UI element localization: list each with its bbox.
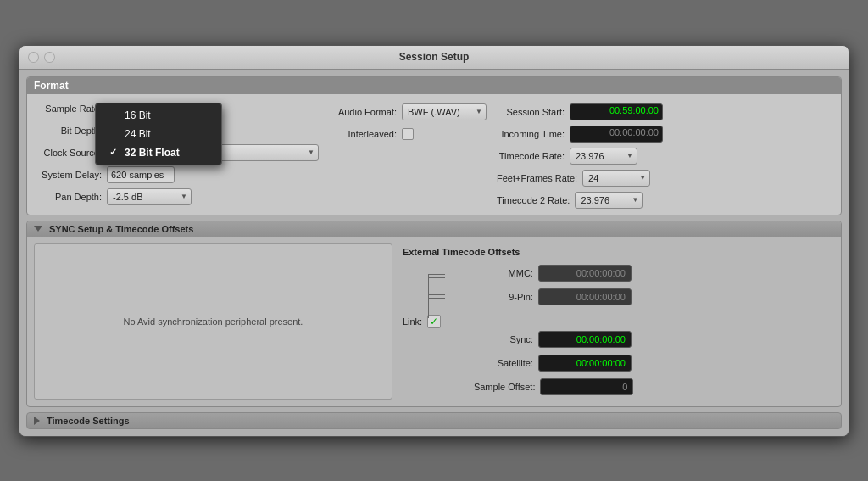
clock-source-label: Clock Source: [34, 148, 102, 158]
ninepin-row: 9-Pin: 00:00:00:00 [474, 288, 634, 306]
sync-tc-value[interactable]: 00:00:00:00 [538, 331, 632, 348]
tc-tree-area: Link: ✓ [403, 264, 470, 328]
no-peripheral-msg: No Avid synchronization peripheral prese… [123, 316, 303, 327]
main-window: Session Setup Format 16 Bit 24 Bit ✓ 32 … [19, 45, 849, 437]
system-delay-input[interactable]: 620 samples [107, 166, 175, 183]
sync-collapse-icon[interactable] [34, 226, 42, 232]
timecode-header-label: Timecode Settings [47, 416, 130, 426]
pan-depth-row: Pan Depth: -2.5 dB ▼ [34, 187, 319, 206]
session-start-label: Session Start: [497, 107, 565, 117]
format-right-col: Session Start: 00:59:00:00 Incoming Time… [497, 99, 663, 210]
session-start-input[interactable]: 00:59:00:00 [570, 103, 663, 120]
interleaved-label: Interleaved: [329, 129, 397, 139]
pan-depth-value: -2.5 dB [113, 192, 142, 202]
ext-tc-header: External Timecode Offsets [403, 247, 831, 257]
close-button[interactable] [28, 52, 39, 63]
incoming-time-value: 00:00:00:00 [609, 127, 659, 137]
timecode-section: Timecode Settings [26, 412, 842, 429]
interleaved-row: Interleaved: [329, 125, 487, 143]
timecode-expand-icon[interactable] [34, 417, 40, 425]
ninepin-label: 9-Pin: [474, 292, 533, 302]
sync-tc-row: Sync: 00:00:00:00 [474, 330, 634, 349]
pan-depth-label: Pan Depth: [34, 192, 102, 202]
pan-depth-arrow: ▼ [181, 193, 187, 200]
system-delay-row: System Delay: 620 samples [34, 165, 319, 184]
feet-frames-label: Feet+Frames Rate: [497, 173, 577, 183]
sync-left-panel: No Avid synchronization peripheral prese… [34, 243, 392, 400]
sync-header-label: SYNC Setup & Timecode Offsets [49, 224, 193, 234]
satellite-row: Satellite: 00:00:00:00 [474, 354, 634, 372]
sync-section: SYNC Setup & Timecode Offsets No Avid sy… [26, 221, 842, 407]
check-24bit [109, 129, 120, 139]
session-start-row: Session Start: 00:59:00:00 [497, 103, 663, 121]
interleaved-checkbox[interactable] [402, 128, 414, 140]
timecode2-rate-row: Timecode 2 Rate: 23.976 ▼ [497, 191, 663, 210]
audio-format-select[interactable]: BWF (.WAV) ▼ [402, 103, 487, 120]
link-row: Link: ✓ [403, 315, 470, 328]
system-delay-value: 620 samples [111, 170, 164, 180]
content-area: Format 16 Bit 24 Bit ✓ 32 Bit Float [19, 70, 849, 436]
incoming-time-label: Incoming Time: [497, 129, 565, 139]
timecode-rate-arrow: ▼ [626, 152, 633, 159]
check-16bit [109, 110, 120, 120]
mmc-value[interactable]: 00:00:00:00 [538, 265, 632, 282]
dropdown-item-16bit[interactable]: 16 Bit [96, 106, 221, 125]
timecode2-rate-arrow: ▼ [632, 196, 639, 204]
traffic-lights [28, 52, 55, 63]
feet-frames-row: Feet+Frames Rate: 24 ▼ [497, 169, 663, 187]
bit-depth-label: Bit Depth: [34, 126, 102, 136]
audio-format-label: Audio Format: [329, 107, 397, 117]
sync-right-panel: External Timecode Offsets Link [399, 243, 834, 400]
link-label: Link: [403, 316, 422, 327]
sample-offset-value[interactable]: 0 [540, 378, 633, 395]
audio-format-arrow: ▼ [476, 108, 482, 115]
clock-source-arrow: ▼ [308, 148, 314, 156]
incoming-time-row: Incoming Time: 00:00:00:00 [497, 125, 663, 143]
check-32bit: ✓ [109, 147, 120, 158]
audio-format-value: BWF (.WAV) [408, 107, 460, 117]
feet-frames-value: 24 [588, 173, 598, 183]
timecode-rate-select[interactable]: 23.976 ▼ [570, 148, 637, 165]
timecode-header: Timecode Settings [34, 416, 834, 426]
sync-tc-label: Sync: [474, 334, 533, 344]
timecode2-rate-label: Timecode 2 Rate: [497, 195, 570, 205]
format-header: Format [27, 77, 841, 94]
titlebar: Session Setup [19, 46, 849, 70]
sample-offset-label: Sample Offset: [474, 382, 536, 392]
format-middle-col: Audio Format: BWF (.WAV) ▼ Interleaved: [329, 99, 487, 210]
feet-frames-select[interactable]: 24 ▼ [582, 170, 650, 187]
feet-frames-arrow: ▼ [639, 174, 646, 182]
pan-depth-select[interactable]: -2.5 dB ▼ [107, 188, 192, 205]
sync-header: SYNC Setup & Timecode Offsets [27, 221, 841, 237]
tree-line-mmc [428, 274, 445, 275]
tree-line-sync [428, 277, 445, 278]
timecode-rate-label: Timecode Rate: [497, 151, 565, 161]
satellite-label: Satellite: [474, 358, 533, 368]
minimize-button[interactable] [44, 52, 55, 63]
format-section: Format 16 Bit 24 Bit ✓ 32 Bit Float [26, 76, 842, 215]
session-start-value: 00:59:00:00 [609, 105, 659, 115]
audio-format-row: Audio Format: BWF (.WAV) ▼ [329, 103, 487, 121]
tree-line-9pin [428, 294, 445, 295]
window-title: Session Setup [399, 51, 470, 63]
incoming-time-input[interactable]: 00:00:00:00 [570, 126, 663, 143]
sample-rate-label: Sample Rate: [34, 103, 102, 114]
link-checkbox[interactable]: ✓ [427, 315, 441, 328]
timecode-rate-row: Timecode Rate: 23.976 ▼ [497, 147, 663, 165]
ninepin-value[interactable]: 00:00:00:00 [538, 288, 632, 305]
bit-depth-dropdown[interactable]: 16 Bit 24 Bit ✓ 32 Bit Float [95, 103, 222, 165]
mmc-label: MMC: [474, 268, 533, 278]
timecode2-rate-select[interactable]: 23.976 ▼ [575, 192, 643, 209]
tc-values-col: MMC: 00:00:00:00 9-Pin: 00:00:00:00 [474, 264, 634, 396]
timecode-rate-value: 23.976 [576, 151, 604, 161]
sample-offset-row: Sample Offset: 0 [474, 378, 634, 396]
dropdown-item-32bit[interactable]: ✓ 32 Bit Float [96, 143, 221, 162]
satellite-value[interactable]: 00:00:00:00 [538, 355, 632, 372]
timecode2-rate-value: 23.976 [581, 195, 609, 205]
mmc-row: MMC: 00:00:00:00 [474, 264, 634, 282]
dropdown-item-24bit[interactable]: 24 Bit [96, 125, 221, 143]
sync-body: No Avid synchronization peripheral prese… [27, 237, 841, 406]
tree-line-sat [428, 298, 445, 299]
system-delay-label: System Delay: [34, 170, 102, 180]
tc-layout: Link: ✓ MMC: [403, 264, 831, 396]
